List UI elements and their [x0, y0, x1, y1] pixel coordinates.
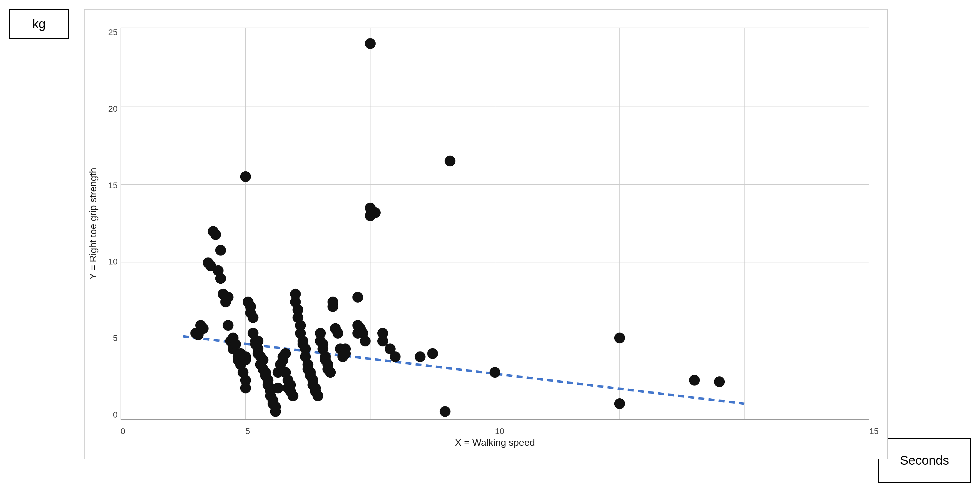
- svg-point-23: [215, 273, 226, 284]
- kg-unit-box: kg: [9, 9, 69, 39]
- seconds-label: Seconds: [900, 453, 949, 468]
- svg-point-32: [230, 339, 241, 350]
- svg-point-42: [240, 171, 251, 182]
- svg-point-98: [313, 391, 323, 401]
- x-axis-label: X = Walking speed: [121, 437, 869, 448]
- svg-point-116: [352, 292, 363, 303]
- svg-point-17: [198, 323, 208, 334]
- svg-point-127: [377, 335, 388, 346]
- svg-point-138: [714, 377, 725, 387]
- svg-point-67: [270, 401, 281, 412]
- svg-point-68: [273, 383, 283, 394]
- svg-point-136: [614, 333, 625, 343]
- x-tick-labels: 0 5 10 15 20 25 30: [121, 426, 869, 436]
- svg-point-41: [240, 383, 251, 394]
- svg-point-73: [280, 348, 291, 359]
- seconds-unit-box: Seconds: [878, 438, 971, 483]
- svg-point-24: [215, 245, 226, 256]
- svg-point-132: [440, 406, 450, 417]
- svg-point-121: [360, 335, 371, 346]
- y-tick-labels: 0 5 10 15 20 25: [100, 28, 118, 420]
- svg-point-133: [445, 155, 455, 166]
- svg-point-55: [258, 354, 269, 366]
- svg-point-27: [223, 292, 234, 303]
- svg-point-107: [325, 367, 336, 378]
- svg-point-125: [370, 208, 381, 218]
- svg-point-115: [340, 348, 351, 359]
- svg-point-131: [427, 348, 438, 359]
- chart-plot-area: [121, 28, 869, 420]
- svg-point-137: [689, 375, 700, 386]
- scatter-chart: Y = Right toe grip strength X = Walking …: [84, 9, 888, 459]
- svg-point-109: [328, 302, 338, 312]
- svg-point-21: [210, 229, 221, 240]
- svg-point-79: [288, 391, 299, 401]
- y-axis-label: Y = Right toe grip strength: [88, 28, 99, 420]
- svg-point-39: [240, 354, 251, 366]
- kg-label: kg: [32, 17, 46, 31]
- svg-point-122: [365, 38, 375, 49]
- svg-point-111: [332, 328, 343, 338]
- svg-point-130: [415, 351, 426, 362]
- svg-point-46: [248, 312, 259, 323]
- svg-point-135: [614, 398, 625, 409]
- svg-point-129: [390, 351, 401, 362]
- svg-point-134: [490, 367, 500, 378]
- svg-point-28: [223, 320, 234, 331]
